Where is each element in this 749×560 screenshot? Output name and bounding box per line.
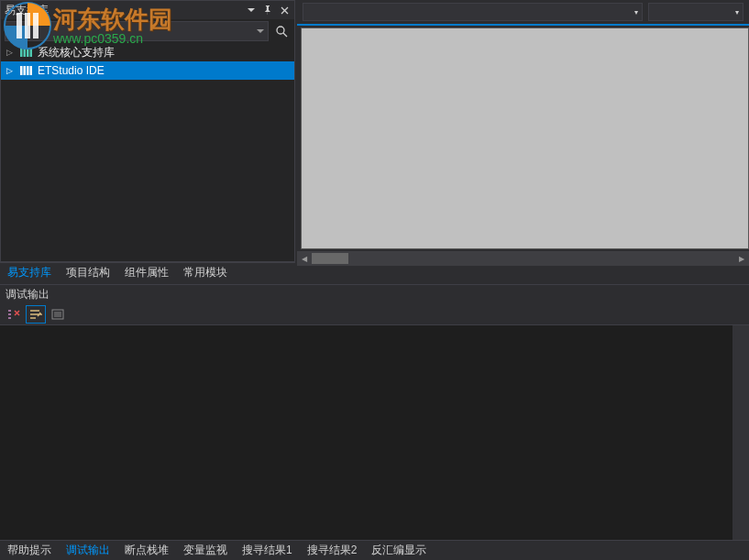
tab-search-result-2[interactable]: 搜寻结果2	[300, 541, 365, 561]
panel-header: 易支持库	[1, 1, 294, 19]
svg-point-0	[277, 27, 284, 34]
horizontal-scrollbar[interactable]: ◀ ▶	[297, 251, 749, 266]
output-toolbar	[0, 303, 749, 325]
list-button[interactable]	[48, 305, 68, 324]
tree-item-core-lib[interactable]: ▷ 系统核心支持库	[1, 43, 294, 61]
svg-rect-6	[24, 66, 27, 75]
tree-item-label: 系统核心支持库	[38, 45, 115, 60]
expand-caret-icon[interactable]: ▷	[6, 66, 16, 75]
output-panel: 调试输出	[0, 284, 749, 540]
svg-rect-4	[30, 48, 33, 57]
chevron-down-icon: ▾	[634, 8, 638, 16]
editor-toolbar: ▾ ▾	[297, 0, 749, 26]
search-input[interactable]	[5, 21, 269, 41]
scroll-left-icon[interactable]: ◀	[297, 251, 312, 266]
chevron-down-icon: ▾	[735, 8, 739, 16]
scroll-right-icon[interactable]: ▶	[734, 251, 749, 266]
svg-rect-1	[20, 48, 23, 57]
tree-view: ▷ 系统核心支持库 ▷ ETStudio IDE	[1, 43, 294, 261]
tree-item-label: ETStudio IDE	[38, 64, 105, 77]
editor-area: ▾ ▾ ◀ ▶	[297, 0, 749, 266]
search-row	[1, 19, 294, 43]
tab-component-props[interactable]: 组件属性	[117, 263, 176, 283]
tab-support-lib[interactable]: 易支持库	[0, 263, 59, 283]
expand-caret-icon[interactable]: ▷	[6, 48, 16, 57]
svg-rect-8	[30, 66, 33, 75]
scope-dropdown[interactable]: ▾	[303, 3, 643, 21]
editor-canvas[interactable]	[301, 27, 749, 249]
tab-search-result-1[interactable]: 搜寻结果1	[235, 541, 300, 561]
svg-rect-7	[27, 66, 29, 75]
tab-project-structure[interactable]: 项目结构	[59, 263, 117, 283]
scrollbar-thumb[interactable]	[312, 253, 348, 264]
library-icon	[19, 46, 34, 59]
tab-variable-watch[interactable]: 变量监视	[176, 541, 235, 561]
scrollbar-track[interactable]	[312, 251, 734, 266]
library-icon	[19, 64, 34, 77]
dropdown-arrow-icon	[257, 27, 264, 35]
search-icon[interactable]	[272, 22, 291, 40]
pin-icon[interactable]	[261, 4, 274, 16]
tab-debug-output[interactable]: 调试输出	[59, 541, 117, 561]
svg-rect-2	[24, 48, 27, 57]
toggle-wrap-button[interactable]	[26, 305, 46, 324]
svg-rect-3	[27, 48, 29, 57]
output-vscroll-area[interactable]	[732, 325, 749, 540]
output-title: 调试输出	[0, 285, 749, 303]
member-dropdown[interactable]: ▾	[648, 3, 743, 21]
bottom-tabs: 帮助提示 调试输出 断点栈堆 变量监视 搜寻结果1 搜寻结果2 反汇编显示	[0, 540, 749, 560]
clear-output-button[interactable]	[4, 305, 24, 324]
panel-menu-icon[interactable]	[245, 4, 258, 16]
tree-item-etstudio[interactable]: ▷ ETStudio IDE	[1, 61, 294, 80]
panel-title: 易支持库	[5, 3, 241, 18]
left-panel: 易支持库 ▷ 系统核心支持库 ▷ E	[0, 0, 295, 262]
left-panel-tabs: 易支持库 项目结构 组件属性 常用模块	[0, 262, 295, 282]
tab-help-hint[interactable]: 帮助提示	[0, 541, 59, 561]
svg-rect-5	[20, 66, 23, 75]
tab-disassembly[interactable]: 反汇编显示	[364, 541, 434, 561]
close-icon[interactable]	[278, 4, 291, 16]
output-body[interactable]	[0, 325, 749, 540]
tab-breakpoint-stack[interactable]: 断点栈堆	[117, 541, 176, 561]
tab-common-modules[interactable]: 常用模块	[176, 263, 235, 283]
